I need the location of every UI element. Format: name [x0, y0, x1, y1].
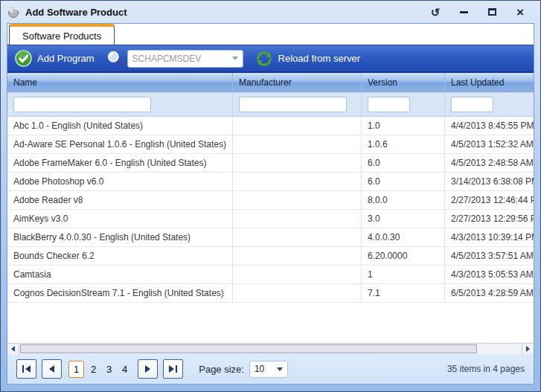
- table-row[interactable]: Bounds Checker 6.2 6.20.0000 4/5/2013 3:…: [7, 247, 534, 266]
- cell-last-updated: 6/5/2013 4:28:59 AM: [445, 284, 534, 302]
- pager-bar: 1234 Page size: 10 35 items in 4 pages: [7, 354, 534, 384]
- page-number-2[interactable]: 2: [87, 362, 100, 377]
- column-header-manufacturer[interactable]: Manufacturer: [233, 73, 362, 91]
- cell-version: 6.20.0000: [362, 247, 445, 265]
- page-size-dropdown[interactable]: 10: [249, 361, 288, 378]
- reload-from-server-button[interactable]: Reload from server: [255, 50, 361, 68]
- cell-name: BlackBerry 4.0.0.30 - English (United St…: [7, 228, 233, 246]
- scroll-right-icon: [526, 346, 530, 352]
- scroll-left-icon: [11, 346, 15, 352]
- page-number-4[interactable]: 4: [118, 362, 131, 377]
- cell-name: AimKeys v3.0: [7, 210, 233, 228]
- horizontal-scrollbar[interactable]: [7, 343, 534, 354]
- cell-last-updated: 2/27/2013 12:46:44 PM: [445, 191, 534, 209]
- refresh-window-button[interactable]: ↺: [427, 4, 444, 19]
- window-title: Add Software Product: [25, 7, 127, 18]
- cell-name: Cognos DecisionStream 7.1 - English (Uni…: [7, 284, 233, 302]
- grid-body: Abc 1.0 - English (United States) 1.0 4/…: [7, 117, 534, 303]
- cell-name: Adobe FrameMaker 6.0 - English (United S…: [7, 154, 233, 172]
- maximize-button[interactable]: [484, 4, 500, 19]
- cell-name: Adobe Photoshop v6.0: [7, 173, 233, 190]
- add-program-label: Add Program: [37, 53, 95, 64]
- page-number-1[interactable]: 1: [68, 361, 84, 378]
- cell-last-updated: 4/3/2013 10:39:14 PM: [445, 228, 534, 246]
- server-combobox[interactable]: SCHAPCMSDEV: [127, 50, 243, 68]
- filter-cell-version: [362, 92, 445, 116]
- cell-last-updated: 4/4/2013 8:45:55 PM: [445, 117, 534, 135]
- cell-last-updated: 2/27/2013 12:29:56 PM: [445, 210, 534, 228]
- tab-label: Software Products: [22, 30, 101, 42]
- cell-manufacturer: [233, 117, 362, 135]
- page-numbers: 1234: [68, 361, 131, 378]
- minimize-button[interactable]: [455, 4, 472, 19]
- cell-manufacturer: [233, 266, 362, 283]
- filter-row: [7, 92, 534, 117]
- scroll-right-button[interactable]: [522, 344, 534, 354]
- cell-name: Camtasia: [7, 266, 233, 283]
- next-page-icon: [145, 365, 150, 373]
- filter-cell-manufacturer: [233, 92, 362, 116]
- table-row[interactable]: Cognos DecisionStream 7.1 - English (Uni…: [7, 284, 534, 303]
- column-header-last-updated[interactable]: Last Updated: [445, 73, 534, 91]
- table-row[interactable]: Adobe Photoshop v6.0 6.0 3/14/2013 6:38:…: [7, 173, 534, 191]
- cell-version: 1: [362, 266, 445, 283]
- cell-last-updated: 4/5/2013 1:52:32 AM: [445, 135, 534, 153]
- main-panel: Software Products Add Program SCHA: [7, 23, 534, 385]
- column-header-name[interactable]: Name: [7, 73, 233, 91]
- last-page-icon: [169, 365, 174, 373]
- table-row[interactable]: Camtasia 1 4/3/2013 5:05:53 AM: [7, 266, 534, 284]
- filter-cell-last-updated: [445, 92, 534, 116]
- toolbar: Add Program SCHAPCMSDEV: [7, 45, 534, 73]
- cell-last-updated: 4/5/2013 3:57:51 AM: [445, 247, 534, 265]
- table-row[interactable]: Adobe FrameMaker 6.0 - English (United S…: [7, 154, 534, 173]
- filter-last-updated-input[interactable]: [451, 97, 493, 112]
- scroll-left-button[interactable]: [7, 344, 19, 354]
- next-page-button[interactable]: [138, 359, 158, 379]
- maximize-icon: [488, 8, 496, 16]
- scrollbar-track[interactable]: [19, 344, 522, 354]
- table-row[interactable]: BlackBerry 4.0.0.30 - English (United St…: [7, 228, 534, 247]
- last-page-icon: [176, 365, 177, 373]
- pager-status: 35 items in 4 pages: [447, 364, 525, 374]
- cell-manufacturer: [233, 210, 362, 228]
- tab-strip: Software Products: [7, 24, 534, 45]
- cell-version: 6.0: [362, 154, 445, 172]
- table-row[interactable]: AimKeys v3.0 3.0 2/27/2013 12:29:56 PM: [7, 210, 534, 228]
- cell-name: Abc 1.0 - English (United States): [7, 117, 233, 135]
- last-page-button[interactable]: [163, 359, 183, 379]
- table-row[interactable]: Adobe Reader v8 8.0.0 2/27/2013 12:46:44…: [7, 191, 534, 210]
- cell-manufacturer: [233, 247, 362, 265]
- previous-page-button[interactable]: [42, 359, 62, 379]
- app-icon: [7, 5, 20, 19]
- filter-name-input[interactable]: [13, 97, 151, 112]
- refresh-icon: ↺: [431, 7, 441, 18]
- add-program-button[interactable]: Add Program: [15, 50, 95, 67]
- first-page-button[interactable]: [16, 359, 36, 379]
- add-software-product-window: Add Software Product ↺ × Software Produc…: [0, 0, 541, 392]
- title-bar[interactable]: Add Software Product ↺ ×: [1, 1, 540, 23]
- scrollbar-thumb[interactable]: [20, 344, 477, 353]
- filter-cell-name: [7, 92, 233, 116]
- page-size-label: Page size:: [199, 364, 244, 375]
- close-icon: ×: [516, 6, 524, 19]
- cell-version: 7.1: [362, 284, 445, 302]
- search-icon: [106, 50, 124, 67]
- cell-version: 3.0: [362, 210, 445, 228]
- table-row[interactable]: Abc 1.0 - English (United States) 1.0 4/…: [7, 117, 534, 135]
- tab-software-products[interactable]: Software Products: [9, 24, 115, 45]
- table-row[interactable]: Ad-Aware SE Personal 1.0.6 - English (Un…: [7, 135, 534, 154]
- page-number-3[interactable]: 3: [103, 362, 115, 377]
- close-button[interactable]: ×: [512, 4, 528, 19]
- add-program-check-icon: [15, 50, 32, 67]
- cell-manufacturer: [233, 284, 362, 302]
- filter-manufacturer-input[interactable]: [239, 97, 347, 112]
- column-header-version[interactable]: Version: [362, 73, 445, 91]
- chevron-down-icon: [277, 367, 283, 371]
- cell-version: 6.0: [362, 173, 445, 190]
- grid-empty-area: [7, 303, 534, 343]
- cell-name: Bounds Checker 6.2: [7, 247, 233, 265]
- first-page-icon: [25, 365, 31, 373]
- page-size-value: 10: [255, 364, 277, 374]
- cell-manufacturer: [233, 191, 362, 209]
- filter-version-input[interactable]: [368, 97, 410, 112]
